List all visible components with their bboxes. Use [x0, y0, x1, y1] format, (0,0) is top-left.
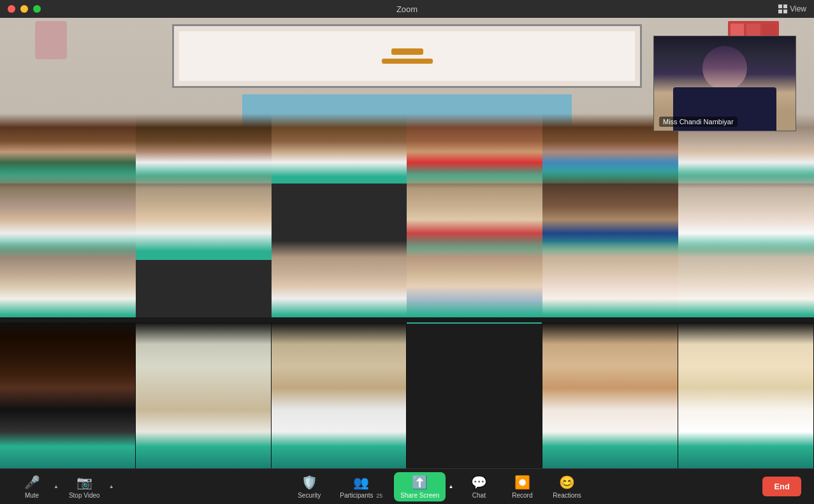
student-cell-bottom	[407, 322, 542, 468]
student-photo	[407, 241, 542, 324]
reactions-icon: 😊	[559, 475, 575, 490]
title-bar: Zoom View	[0, 0, 814, 18]
close-button[interactable]	[8, 5, 15, 13]
student-cell	[0, 241, 136, 324]
student-photo-bottom	[0, 322, 135, 468]
camera-icon: 📷	[76, 475, 92, 490]
window-controls[interactable]	[8, 5, 41, 13]
mute-label: Mute	[25, 492, 39, 499]
chat-label: Chat	[472, 492, 486, 499]
chalkboard	[172, 24, 642, 88]
chalkboard-text2	[382, 59, 433, 64]
svg-rect-3	[783, 10, 787, 13]
security-button[interactable]: 🛡️ Security	[290, 472, 328, 501]
svg-rect-1	[783, 4, 787, 8]
chalkboard-text1	[391, 48, 423, 55]
security-icon: 🛡️	[302, 475, 317, 490]
end-button[interactable]: End	[762, 477, 801, 496]
app-title: Zoom	[396, 4, 418, 14]
student-cell	[678, 241, 814, 324]
share-screen-control[interactable]: ⬆️ Share Screen ▲	[394, 472, 454, 501]
student-cell	[272, 241, 407, 324]
student-row-front	[0, 241, 814, 324]
mute-control[interactable]: 🎤 Mute ▲	[13, 472, 60, 501]
minimize-button[interactable]	[20, 5, 28, 13]
student-cell-bottom	[542, 322, 678, 468]
stop-video-button[interactable]: 📷 Stop Video	[62, 472, 106, 501]
svg-rect-2	[778, 10, 782, 13]
student-cell-bottom	[272, 322, 407, 468]
student-cell	[542, 241, 678, 324]
share-screen-label: Share Screen	[400, 492, 439, 499]
student-photo	[542, 241, 678, 324]
student-photo	[0, 241, 136, 324]
chat-icon: 💬	[471, 475, 487, 490]
student-cell-bottom	[136, 322, 272, 468]
toolbar-right: End	[762, 477, 801, 496]
video-control[interactable]: 📷 Stop Video ▲	[62, 472, 115, 501]
student-photo	[272, 241, 407, 324]
student-photo-bottom	[272, 322, 407, 468]
chat-button[interactable]: 💬 Chat	[460, 472, 498, 501]
participants-button[interactable]: 👥 Participants 25	[333, 472, 389, 501]
video-arrow[interactable]: ▲	[108, 482, 115, 491]
student-row-bottom	[0, 322, 814, 468]
main-content: Miss Chandi Nambiyar	[0, 18, 814, 468]
view-label: View	[790, 4, 806, 13]
toolbar: 🎤 Mute ▲ 📷 Stop Video ▲ 🛡️ Security 👥 Pa…	[0, 468, 814, 504]
view-icon	[778, 4, 787, 13]
student-photo-bottom	[542, 322, 678, 468]
participants-label: Participants 25	[340, 492, 382, 499]
toolbar-left: 🎤 Mute ▲ 📷 Stop Video ▲	[13, 472, 115, 501]
reactions-label: Reactions	[553, 492, 581, 499]
decor-left	[35, 21, 67, 59]
view-control[interactable]: View	[778, 4, 806, 13]
student-cell-bottom	[0, 322, 136, 468]
share-arrow[interactable]: ▲	[447, 482, 454, 491]
svg-rect-0	[778, 4, 782, 8]
student-photo	[678, 241, 814, 324]
stop-video-label: Stop Video	[69, 492, 100, 499]
record-icon: ⏺️	[514, 475, 530, 490]
pip-participant-name: Miss Chandi Nambiyar	[659, 117, 738, 127]
record-label: Record	[512, 492, 532, 499]
pip-window: Miss Chandi Nambiyar	[653, 36, 796, 131]
share-screen-icon: ⬆️	[412, 475, 428, 490]
reactions-button[interactable]: 😊 Reactions	[546, 472, 587, 501]
student-photo-bottom	[678, 322, 813, 468]
record-button[interactable]: ⏺️ Record	[503, 472, 541, 501]
participants-icon: 👥	[353, 475, 369, 490]
mute-button[interactable]: 🎤 Mute	[13, 472, 51, 501]
student-cell-bottom	[678, 322, 814, 468]
share-screen-button[interactable]: ⬆️ Share Screen	[394, 472, 446, 501]
section-divider	[0, 317, 814, 322]
toolbar-center: 🛡️ Security 👥 Participants 25 ⬆️ Share S…	[115, 472, 763, 501]
maximize-button[interactable]	[33, 5, 41, 13]
student-photo	[136, 241, 272, 324]
student-photo-bottom	[407, 322, 542, 468]
student-photo-bottom	[136, 322, 271, 468]
student-cell	[136, 241, 272, 324]
mute-arrow[interactable]: ▲	[52, 482, 60, 491]
security-label: Security	[298, 492, 321, 499]
student-cell	[407, 241, 542, 324]
microphone-icon: 🎤	[24, 475, 40, 490]
